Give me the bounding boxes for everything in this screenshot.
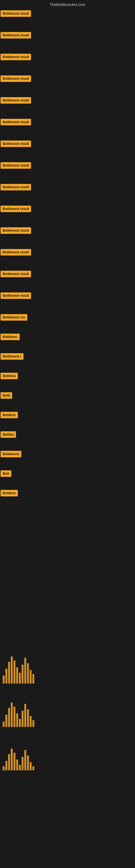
chart-bar [27, 755, 29, 770]
small-label: ~ [1, 583, 2, 586]
chart-bar [19, 765, 21, 770]
bottleneck-badge: Bottleneck result [1, 249, 31, 255]
bottleneck-badge: Bottleneck result [1, 10, 31, 17]
list-item: Bottlene [0, 490, 135, 497]
chart-bar [21, 757, 24, 770]
bottleneck-badge: Bottleneck result [1, 206, 31, 212]
chart-area [0, 624, 135, 868]
chart-bar [21, 664, 24, 684]
bottleneck-badge: Bott [1, 470, 11, 477]
chart-bar [13, 660, 15, 684]
list-item: Bottleneck [0, 451, 135, 458]
chart-bar [3, 766, 5, 770]
chart-bar [5, 715, 7, 727]
bottleneck-badge: Bottl [1, 392, 12, 399]
bottleneck-list: Bottleneck resultBottleneck resultBottle… [0, 10, 135, 497]
bottleneck-badge: Bottleneck result [1, 184, 31, 190]
chart-bar [3, 721, 5, 727]
chart-bar [16, 667, 18, 684]
chart-bar-group-1 [0, 700, 37, 727]
chart-bar [30, 762, 32, 770]
list-item: Bottleneck result [0, 141, 135, 148]
list-item: Bottleneck result [0, 249, 135, 257]
bottleneck-badge: Bottleneck result [1, 141, 31, 147]
chart-bar [32, 766, 34, 770]
list-item: Bottleneck result [0, 292, 135, 300]
list-item: Bottleneck r [0, 353, 135, 361]
list-item: Bottleneck result [0, 97, 135, 105]
bottom-section: ~ [1, 583, 2, 591]
chart-bar [24, 704, 26, 727]
chart-bar [11, 703, 13, 727]
chart-bar [8, 662, 10, 684]
page-wrapper: TheBottlenecker.com Bottleneck resultBot… [0, 0, 135, 868]
list-item: Bottleneck result [0, 271, 135, 278]
list-item: Bottlene [0, 373, 135, 380]
bottleneck-badge: Bottleneck result [1, 75, 31, 82]
bottleneck-badge: Bottleneck result [1, 227, 31, 234]
chart-bar [16, 760, 18, 770]
bottleneck-badge: Bottleneck r [1, 353, 24, 360]
list-item: Bottleneck res [0, 314, 135, 322]
chart-bar [24, 750, 26, 770]
chart-bar [13, 707, 15, 727]
chart-bar [32, 674, 34, 684]
list-item: Bottl [0, 392, 135, 400]
list-item: Bottleneck result [0, 54, 135, 61]
list-item: Bottleneck result [0, 75, 135, 83]
bottleneck-badge: Bottleneck res [1, 314, 27, 321]
chart-bar [8, 754, 10, 770]
bottleneck-badge: Bottlene [1, 412, 18, 418]
chart-bar [19, 673, 21, 684]
bottleneck-badge: Bottlene [1, 490, 18, 496]
bottleneck-badge: Bottleneck [1, 451, 21, 457]
bottleneck-badge: Bottleneck result [1, 32, 31, 38]
chart-bar [5, 761, 7, 770]
list-item: Bottleneck result [0, 119, 135, 126]
chart-bar [30, 716, 32, 727]
list-item: Bottleneck result [0, 227, 135, 235]
bottleneck-badge: Bottleneck result [1, 292, 31, 299]
chart-bar [11, 749, 13, 770]
list-item: Bott [0, 470, 135, 478]
chart-bar-group-2 [0, 749, 37, 770]
chart-bar [11, 656, 13, 684]
bottleneck-badge: Bottleneck result [1, 119, 31, 125]
chart-bar [30, 670, 32, 684]
list-item: Bottlene [0, 412, 135, 420]
chart-bar [24, 658, 26, 684]
chart-bar [32, 720, 34, 727]
list-item: Bottlen [0, 431, 135, 439]
list-item: Bottleneck result [0, 32, 135, 40]
bottleneck-badge: Bottleneck result [1, 54, 31, 60]
list-item: Bottleneck result [0, 10, 135, 18]
chart-bar [8, 708, 10, 727]
list-item: Bottleneck result [0, 206, 135, 213]
bottleneck-badge: Bottlene [1, 373, 18, 379]
chart-bar [13, 753, 15, 770]
bottleneck-badge: Bottleneck result [1, 271, 31, 277]
site-header: TheBottlenecker.com [0, 0, 135, 10]
chart-bar [21, 711, 24, 727]
chart-bar [3, 675, 5, 684]
list-item: Bottleneck result [0, 162, 135, 170]
chart-bar [27, 709, 29, 727]
chart-bar-group-0 [0, 651, 37, 684]
bottleneck-badge: Bottleneck result [1, 97, 31, 104]
bottleneck-badge: Bottlen [1, 431, 16, 438]
site-title: TheBottlenecker.com [50, 2, 85, 7]
chart-bar [27, 663, 29, 684]
list-item: Bottlenec [0, 334, 135, 341]
chart-bar [16, 713, 18, 727]
bottleneck-badge: Bottleneck result [1, 162, 31, 169]
chart-bar [19, 719, 21, 727]
bottleneck-badge: Bottlenec [1, 334, 20, 340]
chart-bar [5, 669, 7, 684]
list-item: Bottleneck result [0, 184, 135, 191]
